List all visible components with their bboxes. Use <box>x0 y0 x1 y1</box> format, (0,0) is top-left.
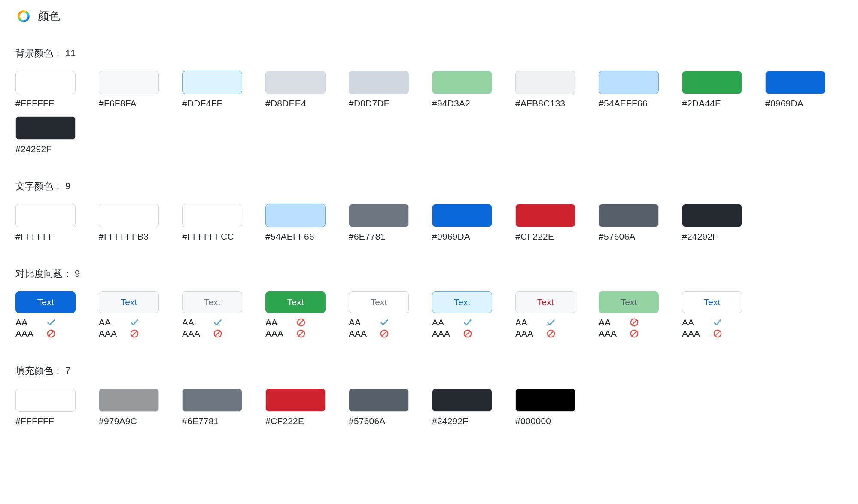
fail-icon <box>630 329 639 338</box>
contrast-sample-box[interactable]: Text <box>182 291 242 313</box>
swatch-box[interactable] <box>15 116 76 140</box>
contrast-sample-box[interactable]: Text <box>682 291 742 313</box>
contrast-ratings: AAAAA <box>349 317 409 339</box>
swatch-box[interactable] <box>99 71 159 94</box>
color-swatch[interactable]: #FFFFFFB3 <box>99 204 159 242</box>
contrast-item[interactable]: TextAAAAA <box>99 291 159 339</box>
color-swatch[interactable]: #FFFFFF <box>15 71 76 109</box>
color-swatch[interactable]: #94D3A2 <box>432 71 492 109</box>
color-swatch[interactable]: #DDF4FF <box>182 71 242 109</box>
color-swatch[interactable]: #FFFFFF <box>15 389 76 426</box>
contrast-sample-box[interactable]: Text <box>515 291 575 313</box>
color-swatch[interactable]: #0969DA <box>765 71 825 109</box>
contrast-sample-box[interactable]: Text <box>349 291 409 313</box>
contrast-item[interactable]: TextAAAAA <box>682 291 742 339</box>
swatch-box[interactable] <box>99 389 159 412</box>
check-icon <box>130 318 139 327</box>
color-swatch[interactable]: #0969DA <box>432 204 492 242</box>
contrast-item[interactable]: TextAAAAA <box>182 291 242 339</box>
contrast-sample-text: Text <box>537 297 554 307</box>
color-swatch[interactable]: #CF222E <box>265 389 326 426</box>
section-label: 对比度问题： <box>15 267 72 280</box>
swatch-box[interactable] <box>15 71 76 94</box>
color-swatch[interactable]: #D8DEE4 <box>265 71 326 109</box>
fail-icon <box>713 329 722 338</box>
swatch-box[interactable] <box>515 204 575 227</box>
swatch-box[interactable] <box>349 204 409 227</box>
check-icon <box>46 318 56 327</box>
swatch-box[interactable] <box>265 71 326 94</box>
color-swatch[interactable]: #57606A <box>349 389 409 426</box>
swatch-box[interactable] <box>99 204 159 227</box>
swatch-code: #FFFFFF <box>15 231 76 242</box>
rating-label-aaa: AAA <box>15 328 35 339</box>
color-swatch[interactable]: #54AEFF66 <box>265 204 326 242</box>
check-icon <box>213 318 222 327</box>
contrast-sample-box[interactable]: Text <box>265 291 326 313</box>
contrast-item[interactable]: TextAAAAA <box>515 291 575 339</box>
swatch-box[interactable] <box>182 71 242 94</box>
swatch-box[interactable] <box>15 389 76 412</box>
swatch-code: #54AEFF66 <box>599 98 659 109</box>
contrast-item[interactable]: TextAAAAA <box>349 291 409 339</box>
swatch-code: #DDF4FF <box>182 98 242 109</box>
swatch-box[interactable] <box>765 71 825 94</box>
contrast-sample-box[interactable]: Text <box>15 291 76 313</box>
color-swatch[interactable]: #24292F <box>15 116 76 154</box>
swatch-box[interactable] <box>515 71 575 94</box>
swatch-box[interactable] <box>432 204 492 227</box>
swatch-box[interactable] <box>599 71 659 94</box>
color-swatch[interactable]: #24292F <box>432 389 492 426</box>
swatch-box[interactable] <box>182 204 242 227</box>
rating-line-aaa: AAA <box>15 328 76 339</box>
swatch-box[interactable] <box>349 71 409 94</box>
swatch-box[interactable] <box>15 204 76 227</box>
swatch-code: #CF222E <box>515 231 575 242</box>
color-swatch[interactable]: #979A9C <box>99 389 159 426</box>
swatch-box[interactable] <box>682 204 742 227</box>
contrast-item[interactable]: TextAAAAA <box>432 291 492 339</box>
swatch-box[interactable] <box>265 204 326 227</box>
color-swatch[interactable]: #6E7781 <box>182 389 242 426</box>
contrast-item[interactable]: TextAAAAA <box>599 291 659 339</box>
color-swatch[interactable]: #AFB8C133 <box>515 71 575 109</box>
swatch-box[interactable] <box>265 389 326 412</box>
contrast-sample-box[interactable]: Text <box>599 291 659 313</box>
swatch-box[interactable] <box>682 71 742 94</box>
rating-label-aa: AA <box>182 317 202 328</box>
color-swatch[interactable]: #CF222E <box>515 204 575 242</box>
rating-label-aaa: AAA <box>682 328 702 339</box>
check-icon <box>463 318 472 327</box>
fail-icon <box>463 329 472 338</box>
color-swatch[interactable]: #F6F8FA <box>99 71 159 109</box>
rating-line-aaa: AAA <box>182 328 242 339</box>
section-count: 9 <box>75 268 80 279</box>
color-swatch[interactable]: #D0D7DE <box>349 71 409 109</box>
swatch-box[interactable] <box>349 389 409 412</box>
color-swatch[interactable]: #000000 <box>515 389 575 426</box>
swatch-box[interactable] <box>182 389 242 412</box>
swatch-box[interactable] <box>599 204 659 227</box>
color-swatch[interactable]: #FFFFFFCC <box>182 204 242 242</box>
contrast-item[interactable]: TextAAAAA <box>265 291 326 339</box>
swatch-box[interactable] <box>432 389 492 412</box>
color-swatch[interactable]: #24292F <box>682 204 742 242</box>
swatch-box[interactable] <box>432 71 492 94</box>
rating-label-aaa: AAA <box>515 328 535 339</box>
swatch-box[interactable] <box>515 389 575 412</box>
swatch-code: #AFB8C133 <box>515 98 575 109</box>
color-swatch[interactable]: #57606A <box>599 204 659 242</box>
contrast-sample-box[interactable]: Text <box>432 291 492 313</box>
rating-label-aa: AA <box>682 317 702 328</box>
swatch-code: #FFFFFF <box>15 98 76 109</box>
fail-icon <box>296 318 306 327</box>
color-swatch[interactable]: #6E7781 <box>349 204 409 242</box>
contrast-sample-box[interactable]: Text <box>99 291 159 313</box>
fail-icon <box>380 329 389 338</box>
swatch-code: #D0D7DE <box>349 98 409 109</box>
color-swatch[interactable]: #FFFFFF <box>15 204 76 242</box>
color-swatch[interactable]: #2DA44E <box>682 71 742 109</box>
color-swatch[interactable]: #54AEFF66 <box>599 71 659 109</box>
section-text: 文字颜色： 9 #FFFFFF#FFFFFFB3#FFFFFFCC#54AEFF… <box>15 180 843 242</box>
contrast-item[interactable]: TextAAAAA <box>15 291 76 339</box>
